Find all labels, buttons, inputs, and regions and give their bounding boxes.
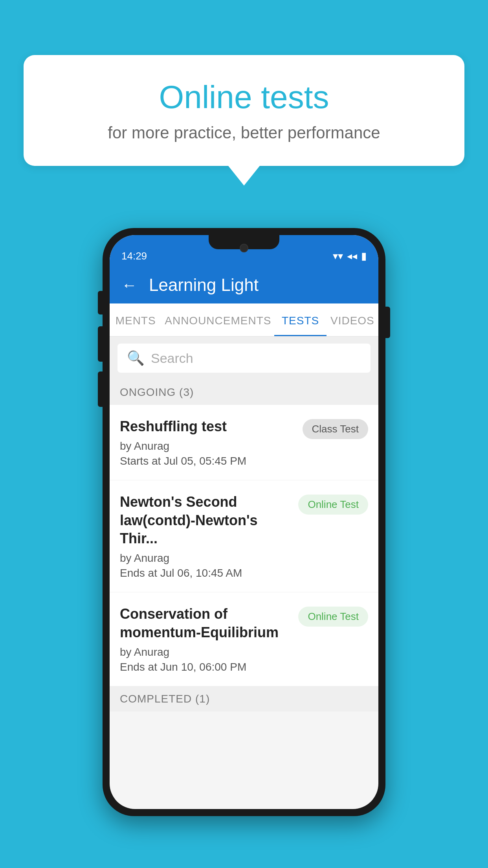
ongoing-section-header: ONGOING (3) xyxy=(110,380,378,405)
speech-bubble-title: Online tests xyxy=(55,79,433,116)
tabs-container: MENTS ANNOUNCEMENTS TESTS VIDEOS xyxy=(110,303,378,337)
phone-camera xyxy=(240,244,248,252)
test-info-3: Conservation of momentum-Equilibrium by … xyxy=(120,605,298,673)
tab-ments[interactable]: MENTS xyxy=(110,303,161,336)
speech-bubble-arrow xyxy=(228,166,260,186)
phone-button-mute xyxy=(98,291,103,314)
search-container: 🔍 Search xyxy=(110,337,378,380)
test-author-2: by Anurag xyxy=(120,552,290,565)
phone-notch xyxy=(209,235,279,249)
test-author-1: by Anurag xyxy=(120,440,295,452)
completed-section-header: COMPLETED (1) xyxy=(110,686,378,712)
battery-icon: ▮ xyxy=(361,250,367,262)
phone-screen: 14:29 ▾▾ ◂◂ ▮ ← Learning Light MENTS ANN… xyxy=(110,235,378,809)
test-badge-1: Class Test xyxy=(303,419,368,439)
test-badge-2: Online Test xyxy=(298,495,368,515)
phone-button-vol-up xyxy=(98,326,103,362)
speech-bubble: Online tests for more practice, better p… xyxy=(24,55,464,166)
app-bar-title: Learning Light xyxy=(149,275,259,295)
phone-outer: 14:29 ▾▾ ◂◂ ▮ ← Learning Light MENTS ANN… xyxy=(103,228,385,816)
status-icons: ▾▾ ◂◂ ▮ xyxy=(333,250,367,262)
speech-bubble-subtitle: for more practice, better performance xyxy=(55,123,433,142)
tab-announcements[interactable]: ANNOUNCEMENTS xyxy=(161,303,274,336)
test-badge-3: Online Test xyxy=(298,607,368,627)
tab-videos[interactable]: VIDEOS xyxy=(327,303,378,336)
phone-button-power xyxy=(385,307,390,338)
test-info-1: Reshuffling test by Anurag Starts at Jul… xyxy=(120,417,303,467)
search-icon: 🔍 xyxy=(127,350,145,366)
test-name-2: Newton's Second law(contd)-Newton's Thir… xyxy=(120,493,290,548)
phone-mockup: 14:29 ▾▾ ◂◂ ▮ ← Learning Light MENTS ANN… xyxy=(103,228,385,816)
test-item-3[interactable]: Conservation of momentum-Equilibrium by … xyxy=(110,592,378,686)
test-time-3: Ends at Jun 10, 06:00 PM xyxy=(120,661,290,673)
test-time-1: Starts at Jul 05, 05:45 PM xyxy=(120,455,295,467)
app-bar: ← Learning Light xyxy=(110,267,378,303)
test-name-1: Reshuffling test xyxy=(120,417,295,436)
tab-tests[interactable]: TESTS xyxy=(274,303,326,336)
speech-bubble-container: Online tests for more practice, better p… xyxy=(24,55,464,186)
phone-button-vol-down xyxy=(98,371,103,407)
test-name-3: Conservation of momentum-Equilibrium xyxy=(120,605,290,642)
status-time: 14:29 xyxy=(121,250,147,262)
back-button[interactable]: ← xyxy=(121,276,137,294)
test-item-1[interactable]: Reshuffling test by Anurag Starts at Jul… xyxy=(110,405,378,480)
search-bar[interactable]: 🔍 Search xyxy=(117,344,371,373)
signal-icon: ◂◂ xyxy=(347,250,357,262)
test-info-2: Newton's Second law(contd)-Newton's Thir… xyxy=(120,493,298,579)
test-time-2: Ends at Jul 06, 10:45 AM xyxy=(120,567,290,579)
test-list: Reshuffling test by Anurag Starts at Jul… xyxy=(110,405,378,686)
test-item-2[interactable]: Newton's Second law(contd)-Newton's Thir… xyxy=(110,480,378,592)
search-input[interactable]: Search xyxy=(151,351,193,366)
test-author-3: by Anurag xyxy=(120,646,290,658)
wifi-icon: ▾▾ xyxy=(333,250,343,262)
